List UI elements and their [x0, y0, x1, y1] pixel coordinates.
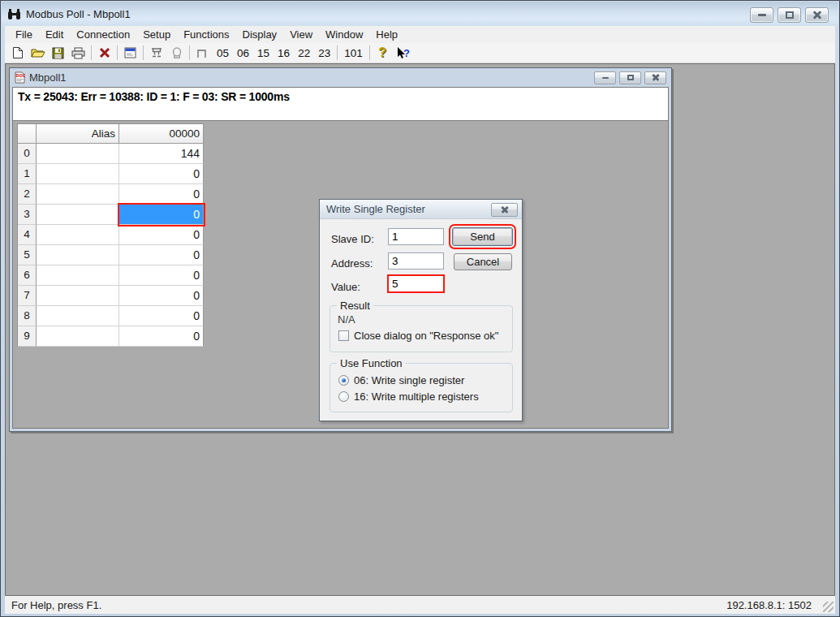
alias-cell[interactable]: [37, 306, 119, 326]
menu-edit[interactable]: Edit: [39, 26, 70, 43]
toolbar-func-05[interactable]: 05: [213, 44, 233, 63]
value-field[interactable]: [388, 275, 444, 292]
new-file-button[interactable]: [7, 44, 28, 63]
value-cell[interactable]: 0: [119, 164, 204, 184]
menu-help[interactable]: Help: [369, 26, 404, 43]
restore-button[interactable]: [778, 7, 801, 23]
restore-icon: [786, 11, 794, 19]
grid-row: 80: [18, 306, 204, 326]
disconnect-button[interactable]: [94, 44, 114, 63]
close-button[interactable]: [805, 7, 829, 23]
help-button[interactable]: ?: [373, 44, 393, 63]
value-cell[interactable]: 0: [119, 245, 204, 265]
send-button[interactable]: Send: [452, 227, 513, 246]
value-cell[interactable]: 0: [119, 306, 204, 326]
context-help-icon: ?: [395, 46, 411, 60]
grid-row: 40: [18, 225, 204, 245]
app-binoculars-icon: [8, 8, 21, 20]
alias-cell[interactable]: [37, 265, 119, 286]
toolbar-separator: [189, 45, 190, 60]
child-restore-button[interactable]: [619, 71, 641, 84]
cancel-button[interactable]: Cancel: [454, 253, 512, 270]
alias-cell[interactable]: [37, 144, 119, 164]
svg-text:DOC: DOC: [16, 73, 26, 78]
value-cell[interactable]: 0: [119, 326, 204, 347]
value-cell[interactable]: 0: [119, 225, 204, 245]
context-help-button[interactable]: ?: [393, 44, 413, 63]
use-function-group-label: Use Function: [337, 357, 406, 369]
minimize-button[interactable]: [750, 7, 773, 23]
grid-row: 60: [18, 265, 204, 286]
row-header: 4: [18, 225, 37, 245]
child-close-button[interactable]: [644, 71, 666, 84]
print-icon: [71, 47, 85, 59]
menu-file[interactable]: File: [9, 26, 39, 43]
setup-window-button[interactable]: [120, 44, 140, 63]
radio-icon: [338, 391, 349, 402]
alias-cell[interactable]: [37, 326, 119, 347]
alias-cell[interactable]: [37, 245, 119, 265]
dialog-close-button[interactable]: [491, 203, 518, 217]
row-header: 1: [18, 164, 37, 184]
grid-row: 50: [18, 245, 204, 265]
print-button[interactable]: [68, 44, 88, 63]
alias-cell[interactable]: [37, 225, 119, 245]
close-on-response-row: Close dialog on "Response ok": [338, 330, 498, 342]
status-help-text: For Help, press F1.: [5, 599, 101, 611]
toolbar-func-06[interactable]: 06: [233, 44, 253, 63]
alias-cell[interactable]: [37, 164, 119, 184]
resize-grip[interactable]: [823, 602, 834, 612]
value-cell[interactable]: 0: [119, 184, 204, 205]
selected-value-cell[interactable]: 0: [119, 205, 204, 225]
function-option-06[interactable]: 06: Write single register: [338, 373, 512, 386]
open-folder-icon: [31, 47, 45, 58]
child-minimize-button[interactable]: [594, 71, 616, 84]
write-single-register-dialog: Write Single Register Slave ID: Address:…: [319, 199, 523, 421]
slave-id-field[interactable]: [388, 228, 444, 245]
address-label: Address:: [331, 257, 373, 270]
response-ok-checkbox-label: Close dialog on "Response ok": [354, 330, 498, 342]
response-ok-checkbox[interactable]: [338, 330, 349, 341]
value-cell[interactable]: 0: [119, 265, 204, 286]
value-cell[interactable]: 144: [119, 144, 204, 164]
red-x-icon: [99, 47, 110, 58]
row-header: 9: [18, 326, 37, 347]
comm-traffic-button[interactable]: [146, 44, 166, 63]
device-monitor-button[interactable]: [166, 44, 187, 63]
toolbar-separator: [369, 45, 370, 60]
value-cell[interactable]: 0: [119, 286, 204, 306]
row-header: 8: [18, 306, 37, 326]
close-icon: [652, 74, 660, 81]
alias-cell[interactable]: [37, 205, 119, 225]
toolbar-separator: [337, 45, 338, 60]
poll-once-button[interactable]: [192, 44, 213, 63]
grid-row: 70: [18, 286, 204, 306]
main-titlebar: Modbus Poll - Mbpoll1: [2, 2, 838, 26]
menu-setup[interactable]: Setup: [136, 26, 177, 43]
open-file-button[interactable]: [28, 44, 48, 63]
function-option-16[interactable]: 16: Write multiple registers: [338, 390, 512, 403]
radio-label: 16: Write multiple registers: [354, 390, 479, 403]
alias-cell[interactable]: [37, 184, 119, 205]
toolbar-func-23[interactable]: 23: [314, 44, 334, 63]
menu-connection[interactable]: Connection: [70, 26, 136, 43]
save-button[interactable]: [48, 44, 68, 63]
menu-view[interactable]: View: [283, 26, 319, 43]
toolbar-func-15[interactable]: 15: [253, 44, 274, 63]
menu-functions[interactable]: Functions: [177, 26, 235, 43]
connection-address: 192.168.8.1: 1502: [726, 599, 823, 611]
grid-header-row: Alias 00000: [18, 124, 204, 144]
new-file-icon: [12, 46, 24, 59]
menu-display[interactable]: Display: [236, 26, 284, 43]
poll-definition-button[interactable]: 101: [340, 44, 367, 63]
comm-status-panel: Tx = 25043: Err = 10388: ID = 1: F = 03:…: [13, 88, 668, 121]
mbpoll1-title: Mbpoll1: [29, 71, 67, 84]
toolbar-func-16[interactable]: 16: [274, 44, 294, 63]
pulse-icon: [196, 48, 209, 58]
grid-row: 20: [18, 184, 204, 205]
menu-window[interactable]: Window: [319, 26, 369, 43]
address-field[interactable]: [388, 252, 444, 270]
alias-cell[interactable]: [37, 286, 119, 306]
help-icon: ?: [378, 45, 386, 60]
toolbar-func-22[interactable]: 22: [294, 44, 314, 63]
